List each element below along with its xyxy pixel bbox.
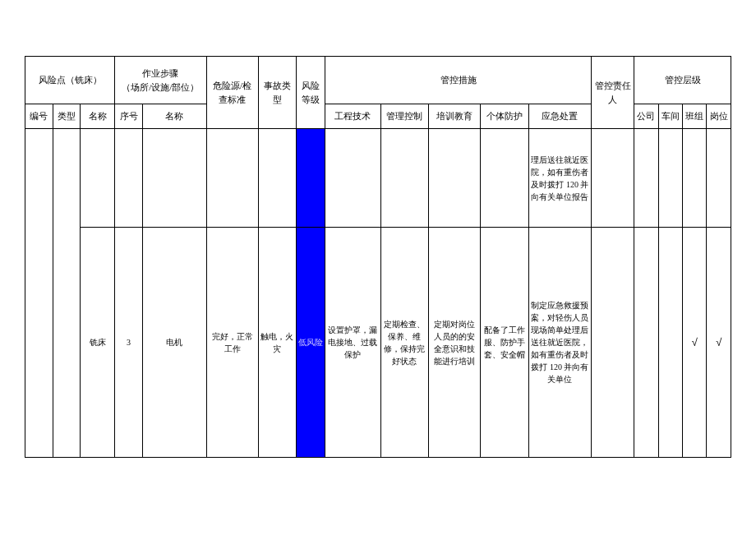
cell-accident (258, 129, 296, 228)
th-team: 班组 (683, 104, 707, 129)
th-hazard: 危险源/检查标准 (206, 57, 258, 129)
cell-mgmt: 定期检查、保养、维修，保持完好状态 (380, 228, 429, 458)
th-train: 培训教育 (429, 104, 481, 129)
cell-post (707, 129, 731, 228)
th-risk-point: 风险点（铣床） (25, 57, 115, 104)
cell-name (81, 129, 115, 228)
cell-risk-level (296, 129, 325, 228)
th-name: 名称 (81, 104, 115, 129)
cell-team: √ (683, 228, 707, 458)
cell-mgmt (380, 129, 429, 228)
th-no: 编号 (25, 104, 53, 129)
cell-responsible (591, 228, 634, 458)
cell-emerg: 理后送往就近医院，如有重伤者及时拨打 120 并向有关单位报告 (529, 129, 592, 228)
th-emerg: 应急处置 (529, 104, 592, 129)
cell-ppe (481, 129, 529, 228)
th-eng: 工程技术 (325, 104, 380, 129)
cell-name: 铣床 (81, 228, 115, 458)
cell-no (25, 129, 53, 458)
th-post: 岗位 (707, 104, 731, 129)
cell-type (53, 129, 81, 458)
th-accident: 事故类型 (258, 57, 296, 129)
cell-team (683, 129, 707, 228)
table-row: 铣床 3 电机 完好，正常工作 触电，火灾 低风险 设置护罩，漏电接地、过载保护… (25, 228, 731, 458)
cell-company (634, 129, 658, 228)
cell-workshop (658, 228, 682, 458)
cell-train: 定期对岗位人员的的安全意识和技能进行培训 (429, 228, 481, 458)
th-work-steps: 作业步骤 （场所/设施/部位） (115, 57, 206, 104)
cell-eng: 设置护罩，漏电接地、过载保护 (325, 228, 380, 458)
cell-post: √ (707, 228, 731, 458)
cell-eng (325, 129, 380, 228)
cell-emerg: 制定应急救援预案，对轻伤人员现场简单处理后送往就近医院，如有重伤者及时拨打 12… (529, 228, 592, 458)
cell-step-name: 电机 (142, 228, 206, 458)
th-seq: 序号 (115, 104, 143, 129)
cell-step-name (142, 129, 206, 228)
cell-company (634, 228, 658, 458)
cell-workshop (658, 129, 682, 228)
cell-responsible (591, 129, 634, 228)
cell-ppe: 配备了工作服、防护手套、安全帽 (481, 228, 529, 458)
cell-hazard: 完好，正常工作 (206, 228, 258, 458)
th-ppe: 个体防护 (481, 104, 529, 129)
risk-table: 风险点（铣床） 作业步骤 （场所/设施/部位） 危险源/检查标准 事故类型 风险… (25, 56, 731, 458)
cell-hazard (206, 129, 258, 228)
th-responsible: 管控责任人 (591, 57, 634, 129)
th-risk-level: 风险等级 (296, 57, 325, 129)
cell-accident: 触电，火灾 (258, 228, 296, 458)
cell-seq (115, 129, 143, 228)
th-workshop: 车间 (658, 104, 682, 129)
th-control-level: 管控层级 (634, 57, 731, 104)
th-mgmt: 管理控制 (380, 104, 429, 129)
cell-train (429, 129, 481, 228)
table-row: 理后送往就近医院，如有重伤者及时拨打 120 并向有关单位报告 (25, 129, 731, 228)
th-controls: 管控措施 (325, 57, 591, 104)
cell-risk-level: 低风险 (296, 228, 325, 458)
cell-seq: 3 (115, 228, 143, 458)
th-step-name: 名称 (142, 104, 206, 129)
th-company: 公司 (634, 104, 658, 129)
th-type: 类型 (53, 104, 81, 129)
